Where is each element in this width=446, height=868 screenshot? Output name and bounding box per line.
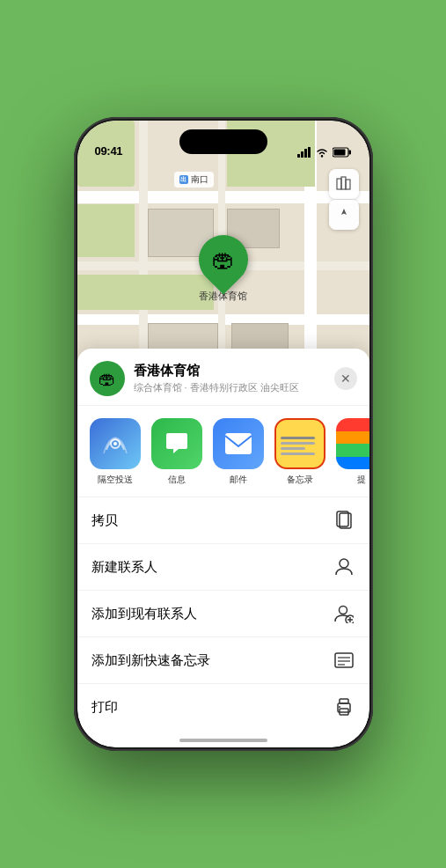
notes-label: 备忘录 — [287, 474, 313, 486]
action-list: 拷贝 新建联系人 — [77, 497, 369, 730]
action-add-existing[interactable]: 添加到现有联系人 — [77, 591, 369, 637]
map-label-dot: 出 — [179, 175, 188, 184]
notes-line-4 — [281, 452, 316, 455]
map-controls[interactable] — [329, 169, 359, 230]
sheet-header: 🏟 香港体育馆 综合体育馆 · 香港特别行政区 油尖旺区 ✕ — [77, 349, 369, 406]
location-icon — [337, 208, 351, 222]
add-note-icon — [333, 649, 355, 672]
phone-inner: 09:41 — [77, 121, 369, 747]
svg-point-12 — [113, 442, 117, 445]
share-item-mail[interactable]: 邮件 — [213, 418, 264, 486]
svg-rect-9 — [341, 177, 346, 189]
venue-info: 香港体育馆 综合体育馆 · 香港特别行政区 油尖旺区 — [134, 363, 334, 394]
svg-point-4 — [320, 155, 322, 157]
svg-rect-6 — [333, 150, 345, 156]
message-icon — [151, 418, 202, 469]
map-type-icon — [336, 176, 352, 192]
battery-icon — [333, 147, 352, 158]
wifi-icon — [316, 147, 328, 158]
svg-rect-2 — [304, 149, 307, 158]
screen: 09:41 — [77, 121, 369, 747]
bottom-sheet: 🏟 香港体育馆 综合体育馆 · 香港特别行政区 油尖旺区 ✕ — [77, 349, 369, 747]
svg-point-17 — [339, 607, 347, 614]
message-svg — [163, 430, 191, 458]
person-add-svg — [334, 604, 354, 623]
notes-top — [281, 425, 319, 433]
notes-line-3 — [281, 447, 306, 450]
dynamic-island — [179, 129, 267, 154]
svg-rect-8 — [337, 179, 341, 189]
phone-frame: 09:41 — [74, 117, 373, 751]
mail-label: 邮件 — [230, 474, 247, 486]
svg-rect-0 — [297, 154, 300, 158]
svg-rect-13 — [225, 433, 252, 454]
share-row: 隔空投送 信息 — [77, 406, 369, 497]
action-add-note-label: 添加到新快速备忘录 — [91, 652, 210, 669]
note-svg — [334, 652, 354, 668]
home-indicator — [179, 739, 267, 742]
map-label: 出 南口 — [174, 172, 214, 188]
notes-icon — [274, 418, 325, 469]
share-item-message[interactable]: 信息 — [151, 418, 202, 486]
close-button[interactable]: ✕ — [334, 367, 357, 390]
action-add-note[interactable]: 添加到新快速备忘录 — [77, 637, 369, 684]
svg-rect-1 — [301, 151, 303, 158]
action-new-contact[interactable]: 新建联系人 — [77, 544, 369, 591]
action-print-label: 打印 — [91, 699, 118, 716]
copy-svg — [335, 511, 353, 530]
status-time: 09:41 — [95, 144, 123, 158]
action-new-contact-label: 新建联系人 — [91, 559, 157, 576]
location-button[interactable] — [329, 200, 359, 230]
print-icon — [333, 695, 355, 718]
action-copy[interactable]: 拷贝 — [77, 497, 369, 544]
share-item-airdrop[interactable]: 隔空投送 — [90, 418, 141, 486]
copy-icon — [333, 509, 355, 532]
map-label-text: 南口 — [191, 173, 208, 186]
mail-svg — [224, 432, 252, 455]
action-copy-label: 拷贝 — [91, 512, 118, 529]
svg-rect-7 — [348, 151, 351, 155]
mail-icon — [213, 418, 264, 469]
notes-line-2 — [281, 442, 316, 445]
signal-icon — [297, 147, 311, 158]
svg-point-16 — [340, 559, 348, 568]
svg-rect-10 — [346, 180, 350, 189]
share-item-more[interactable]: 提 — [336, 418, 369, 486]
airdrop-icon — [90, 418, 141, 469]
action-add-existing-label: 添加到现有联系人 — [91, 606, 197, 622]
status-icons — [297, 147, 352, 158]
message-label: 信息 — [168, 474, 186, 486]
airdrop-label: 隔空投送 — [98, 474, 133, 486]
share-item-notes[interactable]: 备忘录 — [274, 418, 325, 486]
venue-pin[interactable]: 🏟 香港体育馆 — [199, 235, 248, 303]
svg-rect-3 — [308, 147, 311, 158]
map-type-button[interactable] — [329, 169, 359, 199]
pin-marker: 🏟 — [188, 224, 258, 294]
venue-name: 香港体育馆 — [134, 363, 334, 379]
add-existing-icon — [333, 602, 355, 625]
svg-rect-26 — [340, 699, 348, 703]
pin-emoji: 🏟 — [212, 246, 235, 274]
venue-address: 综合体育馆 · 香港特别行政区 油尖旺区 — [134, 381, 334, 394]
new-contact-icon — [333, 555, 355, 578]
notes-line-1 — [281, 437, 316, 439]
person-svg — [334, 557, 354, 577]
more-label: 提 — [357, 474, 366, 486]
airdrop-svg — [102, 430, 128, 457]
print-svg — [334, 698, 354, 716]
action-print[interactable]: 打印 — [77, 684, 369, 730]
svg-point-28 — [339, 706, 340, 708]
venue-icon: 🏟 — [90, 361, 125, 396]
more-icon — [336, 418, 369, 469]
